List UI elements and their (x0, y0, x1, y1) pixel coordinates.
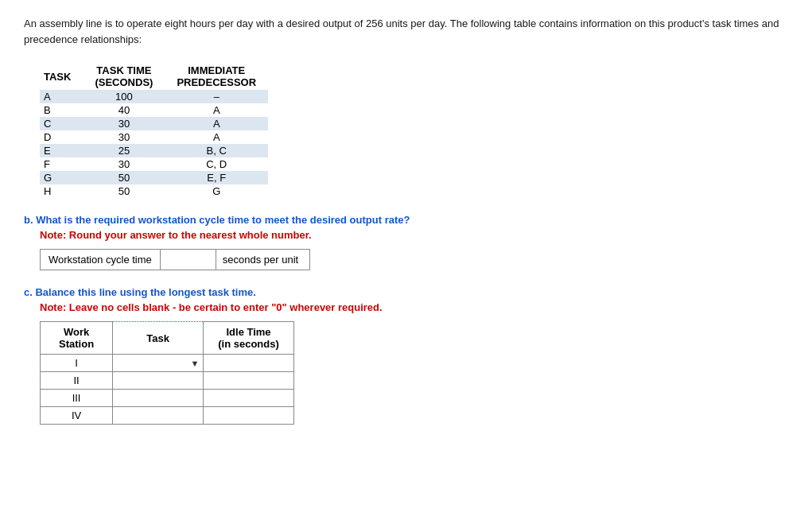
task-cell-time: 50 (83, 171, 165, 184)
task-cell-time: 30 (83, 130, 165, 144)
task-cell-task: F (40, 157, 83, 171)
task-table-wrapper: TASK TASK TIME(SECONDS) IMMEDIATEPREDECE… (40, 63, 788, 198)
section-c-note: Note: Leave no cells blank - be certain … (40, 301, 788, 313)
task-input-2[interactable] (113, 390, 187, 406)
task-cell-task: G (40, 171, 83, 184)
cycle-time-label: Workstation cycle time (41, 250, 161, 270)
col-header-predecessor: IMMEDIATEPREDECESSOR (165, 63, 268, 90)
task-input-cell[interactable]: ▼ (113, 355, 204, 372)
task-table-row: A 100 – (40, 90, 268, 103)
task-input-0[interactable] (113, 355, 187, 371)
task-table-row: C 30 A (40, 117, 268, 130)
task-cell-time: 30 (83, 117, 165, 130)
cycle-time-input[interactable] (161, 250, 216, 270)
balance-table-wrapper: Work Station Task Idle Time(in seconds) … (40, 321, 788, 425)
task-cell-predecessor: E, F (165, 171, 268, 184)
idle-cell[interactable] (204, 355, 294, 372)
task-table-row: E 25 B, C (40, 144, 268, 157)
workstation-cell: III (41, 390, 113, 407)
task-cell-time: 30 (83, 157, 165, 171)
col-header-task: TASK (40, 63, 83, 90)
task-cell-predecessor: G (165, 184, 268, 198)
task-cell-task: H (40, 184, 83, 198)
workstation-cell: II (41, 372, 113, 390)
task-cell-predecessor: C, D (165, 157, 268, 171)
col-header-idle: Idle Time(in seconds) (204, 322, 294, 355)
section-b: b. What is the required workstation cycl… (24, 214, 788, 270)
task-cell-time: 40 (83, 103, 165, 117)
section-b-note: Note: Round your answer to the nearest w… (40, 229, 788, 241)
idle-cell[interactable] (204, 407, 294, 425)
task-cell-task: E (40, 144, 83, 157)
task-input-cell[interactable] (113, 372, 204, 390)
cycle-time-row: Workstation cycle time seconds per unit (40, 249, 310, 270)
workstation-cell: IV (41, 407, 113, 425)
task-input-cell[interactable] (113, 407, 204, 425)
task-table-row: G 50 E, F (40, 171, 268, 184)
task-cell-predecessor: B, C (165, 144, 268, 157)
task-cell-task: C (40, 117, 83, 130)
task-cell-predecessor: A (165, 103, 268, 117)
col-header-workstation: Work Station (41, 322, 113, 355)
task-cell-task: B (40, 103, 83, 117)
section-c: c. Balance this line using the longest t… (24, 286, 788, 425)
idle-input-2[interactable] (204, 390, 293, 406)
intro-paragraph: An assembly line is to operate eight hou… (24, 16, 788, 47)
task-cell-task: D (40, 130, 83, 144)
balance-table: Work Station Task Idle Time(in seconds) … (40, 321, 294, 425)
balance-table-row: III (41, 390, 294, 407)
task-table-row: B 40 A (40, 103, 268, 117)
idle-cell[interactable] (204, 390, 294, 407)
idle-input-3[interactable] (204, 407, 293, 424)
balance-table-row: I ▼ (41, 355, 294, 372)
workstation-cell: I (41, 355, 113, 372)
task-cell-task: A (40, 90, 83, 103)
dropdown-arrow[interactable]: ▼ (187, 359, 203, 368)
task-table: TASK TASK TIME(SECONDS) IMMEDIATEPREDECE… (40, 63, 268, 198)
col-header-time: TASK TIME(SECONDS) (83, 63, 165, 90)
task-input-3[interactable] (113, 407, 187, 424)
idle-input-1[interactable] (204, 372, 293, 389)
task-cell-time: 50 (83, 184, 165, 198)
cycle-time-unit: seconds per unit (216, 250, 305, 270)
task-input-cell[interactable] (113, 390, 204, 407)
task-table-row: D 30 A (40, 130, 268, 144)
task-cell-time: 25 (83, 144, 165, 157)
section-b-label: b. What is the required workstation cycl… (24, 214, 788, 226)
task-cell-predecessor: A (165, 130, 268, 144)
section-c-label: c. Balance this line using the longest t… (24, 286, 788, 298)
task-input-1[interactable] (113, 372, 187, 389)
task-cell-time: 100 (83, 90, 165, 103)
task-table-row: H 50 G (40, 184, 268, 198)
task-table-row: F 30 C, D (40, 157, 268, 171)
task-cell-predecessor: – (165, 90, 268, 103)
balance-table-row: II (41, 372, 294, 390)
balance-table-row: IV (41, 407, 294, 425)
task-cell-predecessor: A (165, 117, 268, 130)
idle-cell[interactable] (204, 372, 294, 390)
idle-input-0[interactable] (204, 355, 293, 371)
col-header-task: Task (113, 322, 204, 355)
